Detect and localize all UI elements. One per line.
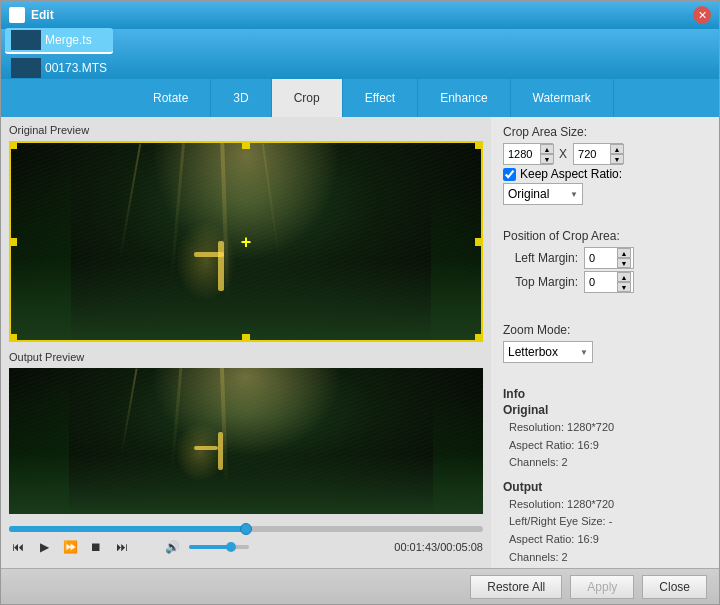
tab-enhance[interactable]: Enhance bbox=[418, 79, 510, 117]
out-channels: Channels: 2 bbox=[503, 549, 707, 567]
output-info-title: Output bbox=[503, 480, 707, 494]
width-down-btn[interactable]: ▼ bbox=[540, 154, 554, 164]
main-content: Original Preview bbox=[1, 117, 719, 568]
height-spinbox[interactable]: ▲ ▼ bbox=[573, 143, 623, 165]
playback-bar: ⏮ ▶ ⏩ ⏹ ⏭ 🔊 00:01:43/00:05:08 bbox=[9, 518, 483, 562]
file-tab-merge[interactable]: Merge.ts bbox=[5, 28, 113, 54]
window-title: Edit bbox=[31, 8, 54, 22]
orig-resolution: Resolution: 1280*720 bbox=[503, 419, 707, 437]
info-main-label: Info bbox=[503, 387, 707, 401]
crop-handle-tr[interactable] bbox=[475, 141, 483, 149]
nav-tabs: Rotate 3D Crop Effect Enhance Watermark bbox=[1, 79, 719, 117]
right-panel: Crop Area Size: ▲ ▼ X ▲ ▼ bbox=[491, 117, 719, 568]
zoom-mode-dropdown[interactable]: Letterbox ▼ bbox=[503, 341, 593, 363]
orig-channels: Channels: 2 bbox=[503, 454, 707, 472]
original-preview-label: Original Preview bbox=[9, 123, 483, 137]
crop-handle-mr[interactable] bbox=[475, 238, 483, 246]
next-frame-button[interactable]: ⏩ bbox=[61, 538, 79, 556]
original-info-title: Original bbox=[503, 403, 707, 417]
width-spinbox[interactable]: ▲ ▼ bbox=[503, 143, 553, 165]
crop-handle-bl[interactable] bbox=[9, 334, 17, 342]
keep-aspect-label: Keep Aspect Ratio: bbox=[520, 167, 622, 181]
tab-watermark[interactable]: Watermark bbox=[511, 79, 614, 117]
zoom-mode-label: Zoom Mode: bbox=[503, 323, 707, 337]
progress-fill bbox=[9, 526, 246, 532]
top-margin-down[interactable]: ▼ bbox=[617, 282, 631, 292]
tab-effect[interactable]: Effect bbox=[343, 79, 418, 117]
volume-track[interactable] bbox=[189, 545, 249, 549]
original-info-group: Original Resolution: 1280*720 Aspect Rat… bbox=[503, 403, 707, 472]
left-margin-down[interactable]: ▼ bbox=[617, 258, 631, 268]
file-tab-mts-label: 00173.MTS bbox=[45, 61, 107, 75]
apply-button[interactable]: Apply bbox=[570, 575, 634, 599]
aspect-option: Original bbox=[508, 187, 549, 201]
left-margin-input[interactable] bbox=[589, 252, 617, 264]
zoom-mode-value: Letterbox bbox=[508, 345, 558, 359]
crosshair: + bbox=[241, 231, 252, 252]
time-display: 00:01:43/00:05:08 bbox=[394, 541, 483, 553]
out-eye-size: Left/Right Eye Size: - bbox=[503, 513, 707, 531]
x-separator: X bbox=[559, 147, 567, 161]
restore-all-button[interactable]: Restore All bbox=[470, 575, 562, 599]
close-button[interactable]: Close bbox=[642, 575, 707, 599]
height-down-btn[interactable]: ▼ bbox=[610, 154, 624, 164]
original-preview: + bbox=[9, 141, 483, 342]
left-margin-spinbox[interactable]: ▲ ▼ bbox=[584, 247, 634, 269]
volume-icon[interactable]: 🔊 bbox=[163, 538, 181, 556]
tab-3d[interactable]: 3D bbox=[211, 79, 271, 117]
output-info-group: Output Resolution: 1280*720 Left/Right E… bbox=[503, 480, 707, 566]
file-bar: Merge.ts 00173.MTS bbox=[1, 29, 719, 79]
position-label: Position of Crop Area: bbox=[503, 229, 707, 243]
title-bar-left: Edit bbox=[9, 7, 54, 23]
tab-crop[interactable]: Crop bbox=[272, 79, 343, 117]
out-resolution: Resolution: 1280*720 bbox=[503, 496, 707, 514]
bottom-bar: Restore All Apply Close bbox=[1, 568, 719, 604]
crop-handle-mb[interactable] bbox=[242, 334, 250, 342]
left-panel: Original Preview bbox=[1, 117, 491, 568]
height-input[interactable] bbox=[578, 148, 610, 160]
crop-handle-tl[interactable] bbox=[9, 141, 17, 149]
aspect-dropdown[interactable]: Original ▼ bbox=[503, 183, 583, 205]
keep-aspect-row: Keep Aspect Ratio: bbox=[503, 167, 707, 181]
volume-thumb[interactable] bbox=[226, 542, 236, 552]
aspect-dropdown-row: Original ▼ bbox=[503, 183, 707, 205]
crop-area-size-label: Crop Area Size: bbox=[503, 125, 707, 139]
left-margin-label: Left Margin: bbox=[503, 251, 578, 265]
top-margin-up[interactable]: ▲ bbox=[617, 272, 631, 282]
width-input[interactable] bbox=[508, 148, 540, 160]
edit-window: Edit ✕ Merge.ts 00173.MTS Rotate 3D Crop bbox=[0, 0, 720, 605]
progress-thumb[interactable] bbox=[240, 523, 252, 535]
playback-controls: ⏮ ▶ ⏩ ⏹ ⏭ 🔊 00:01:43/00:05:08 bbox=[9, 536, 483, 558]
file-tab-mts[interactable]: 00173.MTS bbox=[5, 56, 113, 80]
crop-handle-ml[interactable] bbox=[9, 238, 17, 246]
height-up-btn[interactable]: ▲ bbox=[610, 144, 624, 154]
tab-rotate[interactable]: Rotate bbox=[131, 79, 211, 117]
out-aspect: Aspect Ratio: 16:9 bbox=[503, 531, 707, 549]
left-margin-row: Left Margin: ▲ ▼ bbox=[503, 247, 707, 269]
progress-track[interactable] bbox=[9, 526, 483, 532]
crop-handle-mt[interactable] bbox=[242, 141, 250, 149]
window-close-button[interactable]: ✕ bbox=[693, 6, 711, 24]
stop-button[interactable]: ⏹ bbox=[87, 538, 105, 556]
width-up-btn[interactable]: ▲ bbox=[540, 144, 554, 154]
volume-fill bbox=[189, 545, 231, 549]
left-margin-up[interactable]: ▲ bbox=[617, 248, 631, 258]
output-scene-bg bbox=[9, 368, 483, 514]
info-section: Info Original Resolution: 1280*720 Aspec… bbox=[503, 387, 707, 568]
orig-aspect: Aspect Ratio: 16:9 bbox=[503, 437, 707, 455]
play-button[interactable]: ▶ bbox=[35, 538, 53, 556]
crop-handle-br[interactable] bbox=[475, 334, 483, 342]
zoom-mode-section: Zoom Mode: Letterbox ▼ bbox=[503, 319, 707, 363]
output-preview bbox=[9, 368, 483, 514]
top-margin-row: Top Margin: ▲ ▼ bbox=[503, 271, 707, 293]
file-thumb-mts bbox=[11, 58, 41, 78]
file-thumb-merge bbox=[11, 30, 41, 50]
file-tab-merge-label: Merge.ts bbox=[45, 33, 92, 47]
top-margin-input[interactable] bbox=[589, 276, 617, 288]
top-margin-spinbox[interactable]: ▲ ▼ bbox=[584, 271, 634, 293]
skip-start-button[interactable]: ⏮ bbox=[9, 538, 27, 556]
crop-area-size-section: Crop Area Size: ▲ ▼ X ▲ ▼ bbox=[503, 125, 707, 205]
zoom-mode-arrow: ▼ bbox=[580, 348, 588, 357]
keep-aspect-checkbox[interactable] bbox=[503, 168, 516, 181]
skip-end-button[interactable]: ⏭ bbox=[113, 538, 131, 556]
